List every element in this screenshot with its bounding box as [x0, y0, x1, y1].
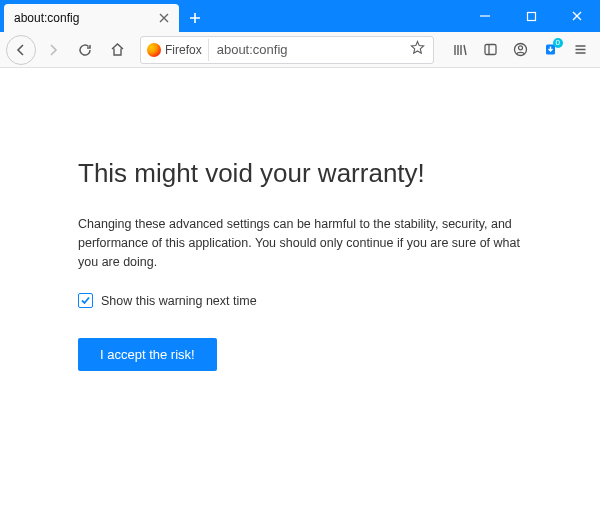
show-warning-checkbox-row: Show this warning next time — [78, 293, 540, 308]
bookmark-star-icon[interactable] — [406, 40, 429, 59]
new-tab-button[interactable] — [181, 4, 209, 32]
browser-tab[interactable]: about:config — [4, 4, 179, 32]
page-title: This might void your warranty! — [78, 158, 540, 189]
firefox-icon — [147, 43, 161, 57]
forward-button[interactable] — [38, 35, 68, 65]
titlebar: about:config — [0, 0, 600, 32]
minimize-button[interactable] — [462, 0, 508, 32]
warning-text: Changing these advanced settings can be … — [78, 215, 540, 271]
tab-title: about:config — [14, 11, 151, 25]
svg-rect-1 — [485, 45, 496, 55]
back-button[interactable] — [6, 35, 36, 65]
svg-point-3 — [518, 46, 522, 50]
identity-label: Firefox — [165, 43, 202, 57]
warning-page: This might void your warranty! Changing … — [0, 68, 600, 371]
downloads-badge: 0 — [553, 38, 563, 48]
home-button[interactable] — [102, 35, 132, 65]
nav-toolbar: Firefox about:config 0 — [0, 32, 600, 68]
library-icon[interactable] — [446, 36, 474, 64]
close-window-button[interactable] — [554, 0, 600, 32]
window-controls — [462, 0, 600, 32]
url-text[interactable]: about:config — [213, 42, 402, 57]
maximize-button[interactable] — [508, 0, 554, 32]
downloads-icon[interactable]: 0 — [536, 36, 564, 64]
reload-button[interactable] — [70, 35, 100, 65]
identity-box[interactable]: Firefox — [145, 39, 209, 61]
show-warning-checkbox[interactable] — [78, 293, 93, 308]
sidebar-icon[interactable] — [476, 36, 504, 64]
account-icon[interactable] — [506, 36, 534, 64]
toolbar-right: 0 — [442, 36, 594, 64]
close-tab-icon[interactable] — [157, 11, 171, 25]
url-bar[interactable]: Firefox about:config — [140, 36, 434, 64]
menu-icon[interactable] — [566, 36, 594, 64]
svg-rect-0 — [527, 12, 535, 20]
accept-risk-button[interactable]: I accept the risk! — [78, 338, 217, 371]
checkbox-label: Show this warning next time — [101, 294, 257, 308]
